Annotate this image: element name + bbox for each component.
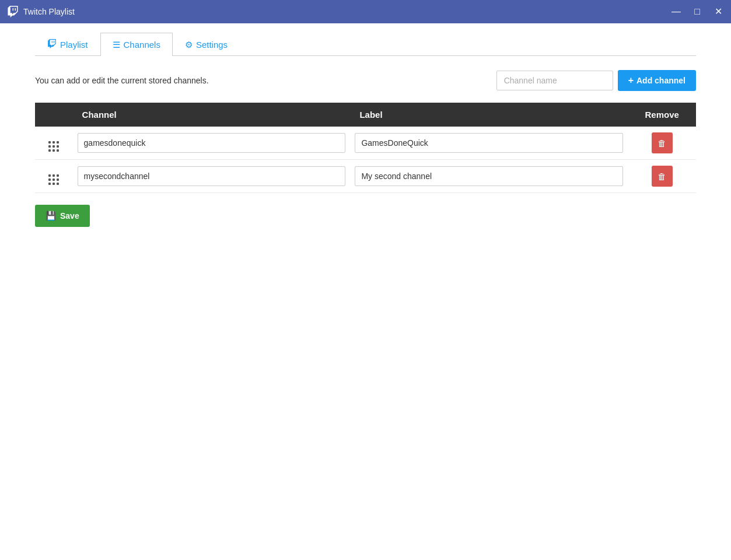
titlebar-left: Twitch Playlist — [7, 6, 75, 18]
titlebar-controls[interactable]: — □ ✕ — [670, 7, 724, 16]
col-drag-header — [35, 103, 73, 127]
label-cell — [350, 160, 628, 193]
label-cell — [350, 127, 628, 160]
save-button[interactable]: 💾 Save — [35, 205, 90, 227]
table-header-row: Channel Label Remove — [35, 103, 696, 127]
trash-icon: 🗑 — [657, 172, 666, 181]
col-remove-header: Remove — [628, 103, 696, 127]
remove-cell: 🗑 — [628, 127, 696, 160]
maximize-button[interactable]: □ — [691, 7, 703, 16]
tab-settings[interactable]: ⚙ Settings — [173, 33, 240, 56]
titlebar-title: Twitch Playlist — [23, 7, 75, 16]
save-button-label: Save — [60, 211, 79, 220]
remove-button-1[interactable]: 🗑 — [652, 166, 673, 187]
add-channel-button-label: Add channel — [636, 76, 685, 85]
channel-input-1[interactable] — [78, 166, 346, 186]
add-channel-row: + Add channel — [496, 70, 696, 91]
tab-bar: Playlist ☰ Channels ⚙ Settings — [35, 33, 696, 56]
channel-cell — [73, 127, 351, 160]
remove-button-0[interactable]: 🗑 — [652, 132, 673, 153]
main-content: Playlist ☰ Channels ⚙ Settings You can a… — [0, 23, 731, 236]
plus-icon: + — [628, 75, 634, 86]
col-channel-header: Channel — [73, 103, 351, 127]
channels-table: Channel Label Remove 🗑🗑 — [35, 103, 696, 193]
drag-handle[interactable] — [35, 127, 73, 160]
add-channel-button[interactable]: + Add channel — [618, 70, 696, 91]
channel-name-input[interactable] — [496, 71, 613, 90]
tab-playlist[interactable]: Playlist — [35, 33, 100, 56]
col-label-header: Label — [350, 103, 628, 127]
label-input-1[interactable] — [355, 166, 623, 186]
tab-channels-label: Channels — [124, 40, 160, 50]
close-button[interactable]: ✕ — [712, 7, 724, 16]
twitch-tab-icon — [47, 39, 57, 50]
label-input-0[interactable] — [355, 133, 623, 153]
trash-icon: 🗑 — [657, 138, 666, 148]
table-row: 🗑 — [35, 127, 696, 160]
titlebar: Twitch Playlist — □ ✕ — [0, 0, 731, 23]
tab-channels[interactable]: ☰ Channels — [100, 33, 173, 56]
channel-cell — [73, 160, 351, 193]
list-icon: ☰ — [113, 40, 120, 50]
twitch-logo-icon — [7, 6, 19, 18]
tab-playlist-label: Playlist — [60, 40, 88, 50]
channel-input-0[interactable] — [78, 133, 346, 153]
table-row: 🗑 — [35, 160, 696, 193]
minimize-button[interactable]: — — [670, 7, 682, 16]
save-icon: 💾 — [46, 211, 57, 221]
gear-icon: ⚙ — [185, 40, 193, 50]
page-description: You can add or edit the current stored c… — [35, 76, 209, 85]
drag-handle[interactable] — [35, 160, 73, 193]
top-row: You can add or edit the current stored c… — [35, 70, 696, 91]
remove-cell: 🗑 — [628, 160, 696, 193]
tab-settings-label: Settings — [196, 40, 228, 50]
